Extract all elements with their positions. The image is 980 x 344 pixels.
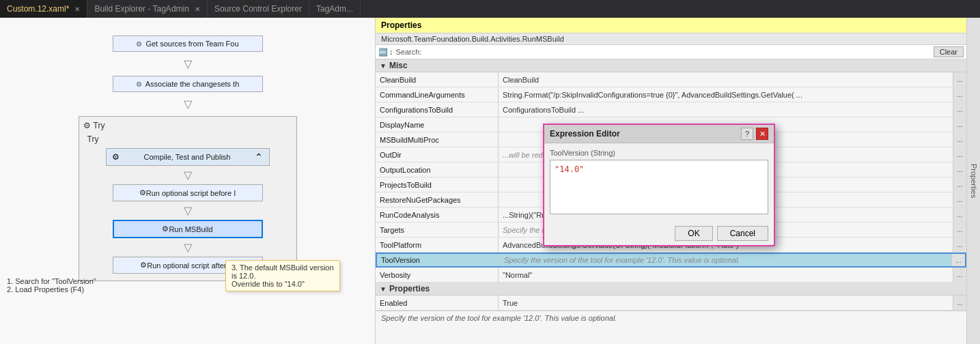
run-before-item[interactable]: ⚙ Run optional script before I xyxy=(113,184,263,201)
sort-az-icon: 🔤 xyxy=(378,48,388,57)
prop-name-cmdargs: CommandLineArguments xyxy=(376,87,499,102)
toolversion-hint: Specify the version of the tool for exam… xyxy=(504,256,740,264)
get-sources-icon: ⚙ xyxy=(136,40,142,48)
try-container: ⚙ Try Try ⚙ Compile, Test and Publish ⌃ … xyxy=(79,116,297,281)
tab-close-build-explorer[interactable]: ✕ xyxy=(195,5,200,13)
try-header: ⚙ Try xyxy=(83,121,292,130)
run-msbuild-label: Run MSBuild xyxy=(169,225,212,233)
compile-collapse-icon: ⌃ xyxy=(255,152,263,162)
arrow-3: ▽ xyxy=(83,169,292,182)
workflow-canvas: ⚙ Get sources from Team Fou ▽ ⚙ Associat… xyxy=(0,18,375,344)
tab-source-control-label: Source Control Explorer xyxy=(214,4,302,14)
modal-footer: OK Cancel xyxy=(544,222,774,245)
modal-ok-button[interactable]: OK xyxy=(675,226,712,241)
left-panel: ⚙ Get sources from Team Fou ▽ ⚙ Associat… xyxy=(0,18,376,344)
vertical-label-text: Properties xyxy=(970,164,978,198)
get-sources-item[interactable]: ⚙ Get sources from Team Fou xyxy=(113,35,263,52)
callout-line3: Override this to "14.0" xyxy=(232,280,334,288)
hint-bar: Specify the version of the tool for exam… xyxy=(376,311,966,325)
prop-name-displayname: DisplayName xyxy=(376,117,499,132)
prop-name-projectsbuild: ProjectsToBuild xyxy=(376,177,499,192)
prop-name-outputloc: OutputLocation xyxy=(376,162,499,177)
prop-btn-verbosity[interactable]: ... xyxy=(953,268,966,282)
properties-collapse-icon: ▼ xyxy=(380,285,387,293)
search-bar: 🔤 ↕ Search: Clear xyxy=(376,45,966,59)
properties-section-label: Properties xyxy=(389,284,430,293)
annotation-1: 1. Search for "ToolVersion" 2. Load Prop… xyxy=(7,277,96,293)
expression-editor-input[interactable]: "14.0" xyxy=(550,160,768,214)
tab-modified-indicator: Custom.12.xaml* xyxy=(7,4,69,14)
main-container: Custom.12.xaml* ✕ Build Explorer - TagAd… xyxy=(0,0,980,344)
properties-subtitle: Microsoft.TeamFoundation.Build.Activitie… xyxy=(381,35,564,43)
search-input[interactable] xyxy=(424,47,930,57)
prop-btn-targets[interactable]: ... xyxy=(953,223,966,237)
prop-name-outdir: OutDir xyxy=(376,147,499,162)
arrow-5: ▽ xyxy=(83,241,292,254)
clear-button[interactable]: Clear xyxy=(934,46,964,57)
prop-value-configbuild: ConfigurationsToBuild ... xyxy=(499,102,953,117)
prop-btn-projectsbuild[interactable]: ... xyxy=(953,177,966,192)
modal-close-button[interactable]: ✕ xyxy=(756,128,768,140)
run-before-icon: ⚙ xyxy=(139,188,146,197)
prop-value-cmdargs: String.Format("/p:SkipInvalidConfigurati… xyxy=(499,87,953,102)
associate-icon: ⚙ xyxy=(136,81,142,88)
prop-btn-outputloc[interactable]: ... xyxy=(953,162,966,177)
tab-custom-xaml[interactable]: Custom.12.xaml* ✕ xyxy=(0,0,87,18)
prop-name-toolplatform: ToolPlatform xyxy=(376,238,499,252)
associate-item[interactable]: ⚙ Associate the changesets th xyxy=(113,76,263,92)
misc-section-label: Misc xyxy=(389,61,408,70)
prop-btn-msbuildmulti[interactable]: ... xyxy=(953,132,966,147)
prop-name-toolversion: ToolVersion xyxy=(377,254,500,266)
prop-btn-cleanbuild[interactable]: ... xyxy=(953,72,966,87)
modal-cancel-button[interactable]: Cancel xyxy=(717,226,768,241)
tab-source-control[interactable]: Source Control Explorer xyxy=(208,0,309,18)
properties-section-header: ▼ Properties xyxy=(376,283,966,296)
callout-line2: is 12.0. xyxy=(232,272,334,280)
prop-name-enabled: Enabled xyxy=(376,296,499,310)
hint-text: Specify the version of the tool for exam… xyxy=(381,314,617,322)
run-before-label: Run optional script before I xyxy=(146,189,236,197)
run-msbuild-icon: ⚙ xyxy=(162,225,169,233)
prop-name-runcodeanalysis: RunCodeAnalysis xyxy=(376,207,499,222)
tab-bar: Custom.12.xaml* ✕ Build Explorer - TagAd… xyxy=(0,0,980,18)
prop-row-verbosity: Verbosity "Normal" ... xyxy=(376,268,966,283)
search-icon-box: 🔤 ↕ xyxy=(378,48,393,57)
prop-row-cmdargs: CommandLineArguments String.Format("/p:S… xyxy=(376,87,966,102)
tab-tagadmin[interactable]: TagAdm... xyxy=(309,0,361,18)
tab-build-explorer-label: Build Explorer - TagAdmin xyxy=(94,4,189,14)
prop-btn-outdir[interactable]: ... xyxy=(953,147,966,162)
prop-btn-restorenug[interactable]: ... xyxy=(953,192,966,207)
tab-build-explorer[interactable]: Build Explorer - TagAdmin ✕ xyxy=(87,0,208,18)
tab-close-custom-xaml[interactable]: ✕ xyxy=(74,5,80,13)
misc-section-header: ▼ Misc xyxy=(376,59,966,72)
prop-btn-cmdargs[interactable]: ... xyxy=(953,87,966,102)
callout-line1: 3. The default MSBuild version xyxy=(232,263,334,272)
tab-tagadmin-label: TagAdm... xyxy=(316,4,353,14)
arrow-4: ▽ xyxy=(83,204,292,217)
properties-subheader: Microsoft.TeamFoundation.Build.Activitie… xyxy=(376,33,966,45)
prop-btn-toolplatform[interactable]: ... xyxy=(953,238,966,252)
properties-title: Properties xyxy=(381,20,421,30)
vertical-properties-label: Properties xyxy=(966,18,980,344)
prop-btn-displayname[interactable]: ... xyxy=(953,117,966,132)
compile-icon: ⚙ xyxy=(112,152,120,162)
try-body-label: Try xyxy=(83,133,292,145)
prop-value-cleanbuild: CleanBuild xyxy=(499,72,953,87)
compile-label: Compile, Test and Publish xyxy=(144,153,231,161)
prop-name-msbuildmulti: MSBuildMultiProc xyxy=(376,132,499,147)
modal-title-bar: Expression Editor ? ✕ xyxy=(544,125,774,143)
prop-btn-toolversion[interactable]: ... xyxy=(951,254,965,266)
modal-controls: ? ✕ xyxy=(741,128,768,140)
search-label: Search: xyxy=(396,48,422,56)
compile-header[interactable]: ⚙ Compile, Test and Publish ⌃ xyxy=(106,148,270,166)
prop-row-toolversion[interactable]: ToolVersion Specify the version of the t… xyxy=(376,253,966,268)
prop-btn-enabled[interactable]: ... xyxy=(953,296,966,310)
prop-btn-configbuild[interactable]: ... xyxy=(953,102,966,117)
modal-help-button[interactable]: ? xyxy=(741,128,753,140)
try-label: Try xyxy=(94,121,105,130)
prop-btn-runcodeanalysis[interactable]: ... xyxy=(953,207,966,222)
callout-box: 3. The default MSBuild version is 12.0. … xyxy=(225,260,340,291)
run-msbuild-item[interactable]: ⚙ Run MSBuild xyxy=(113,220,263,238)
prop-row-cleanbuild: CleanBuild CleanBuild ... xyxy=(376,72,966,87)
prop-name-verbosity: Verbosity xyxy=(376,268,499,282)
